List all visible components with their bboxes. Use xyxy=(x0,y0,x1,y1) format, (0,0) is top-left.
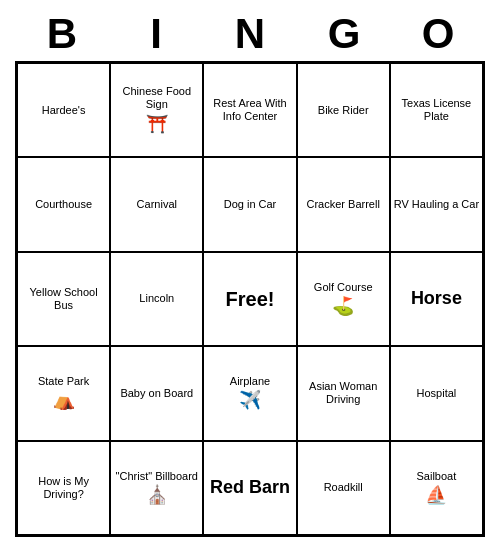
bingo-cell-10[interactable]: Yellow School Bus xyxy=(17,252,110,346)
bingo-cell-0[interactable]: Hardee's xyxy=(17,63,110,157)
cell-emoji-15: ⛺ xyxy=(53,390,75,412)
header-g: G xyxy=(297,7,391,61)
bingo-header: B I N G O xyxy=(15,7,485,61)
cell-label-4: Texas License Plate xyxy=(393,97,480,123)
bingo-cell-6[interactable]: Carnival xyxy=(110,157,203,251)
cell-label-8: Cracker Barrell xyxy=(307,198,380,211)
cell-emoji-17: ✈️ xyxy=(239,390,261,412)
bingo-grid: Hardee'sChinese Food Sign⛩️Rest Area Wit… xyxy=(15,61,485,537)
cell-label-2: Rest Area With Info Center xyxy=(206,97,293,123)
bingo-cell-15[interactable]: State Park⛺ xyxy=(17,346,110,440)
cell-label-13: Golf Course xyxy=(314,281,373,294)
cell-emoji-24: ⛵ xyxy=(425,485,447,507)
bingo-cell-4[interactable]: Texas License Plate xyxy=(390,63,483,157)
bingo-cell-7[interactable]: Dog in Car xyxy=(203,157,296,251)
cell-label-3: Bike Rider xyxy=(318,104,369,117)
bingo-cell-9[interactable]: RV Hauling a Car xyxy=(390,157,483,251)
bingo-cell-16[interactable]: Baby on Board xyxy=(110,346,203,440)
bingo-cell-1[interactable]: Chinese Food Sign⛩️ xyxy=(110,63,203,157)
cell-label-7: Dog in Car xyxy=(224,198,277,211)
cell-label-16: Baby on Board xyxy=(120,387,193,400)
cell-label-1: Chinese Food Sign xyxy=(113,85,200,111)
bingo-cell-17[interactable]: Airplane✈️ xyxy=(203,346,296,440)
header-n: N xyxy=(203,7,297,61)
cell-label-5: Courthouse xyxy=(35,198,92,211)
bingo-cell-11[interactable]: Lincoln xyxy=(110,252,203,346)
bingo-cell-23[interactable]: Roadkill xyxy=(297,441,390,535)
cell-label-18: Asian Woman Driving xyxy=(300,380,387,406)
bingo-cell-24[interactable]: Sailboat⛵ xyxy=(390,441,483,535)
header-b: B xyxy=(15,7,109,61)
cell-emoji-21: ⛪ xyxy=(146,485,168,507)
cell-label-10: Yellow School Bus xyxy=(20,286,107,312)
cell-label-21: "Christ" Billboard xyxy=(116,470,198,483)
bingo-cell-14[interactable]: Horse xyxy=(390,252,483,346)
cell-label-19: Hospital xyxy=(417,387,457,400)
bingo-cell-12[interactable]: Free! xyxy=(203,252,296,346)
cell-label-11: Lincoln xyxy=(139,292,174,305)
cell-label-6: Carnival xyxy=(137,198,177,211)
cell-label-17: Airplane xyxy=(230,375,270,388)
bingo-cell-19[interactable]: Hospital xyxy=(390,346,483,440)
bingo-cell-21[interactable]: "Christ" Billboard⛪ xyxy=(110,441,203,535)
bingo-cell-18[interactable]: Asian Woman Driving xyxy=(297,346,390,440)
cell-label-9: RV Hauling a Car xyxy=(394,198,479,211)
bingo-cell-8[interactable]: Cracker Barrell xyxy=(297,157,390,251)
bingo-cell-3[interactable]: Bike Rider xyxy=(297,63,390,157)
cell-emoji-13: ⛳ xyxy=(332,296,354,318)
cell-emoji-1: ⛩️ xyxy=(146,114,168,136)
cell-label-0: Hardee's xyxy=(42,104,86,117)
header-o: O xyxy=(391,7,485,61)
bingo-cell-22[interactable]: Red Barn xyxy=(203,441,296,535)
bingo-cell-2[interactable]: Rest Area With Info Center xyxy=(203,63,296,157)
bingo-cell-13[interactable]: Golf Course⛳ xyxy=(297,252,390,346)
cell-label-24: Sailboat xyxy=(417,470,457,483)
cell-label-20: How is My Driving? xyxy=(20,475,107,501)
bingo-cell-5[interactable]: Courthouse xyxy=(17,157,110,251)
bingo-cell-20[interactable]: How is My Driving? xyxy=(17,441,110,535)
cell-label-15: State Park xyxy=(38,375,89,388)
header-i: I xyxy=(109,7,203,61)
cell-label-23: Roadkill xyxy=(324,481,363,494)
